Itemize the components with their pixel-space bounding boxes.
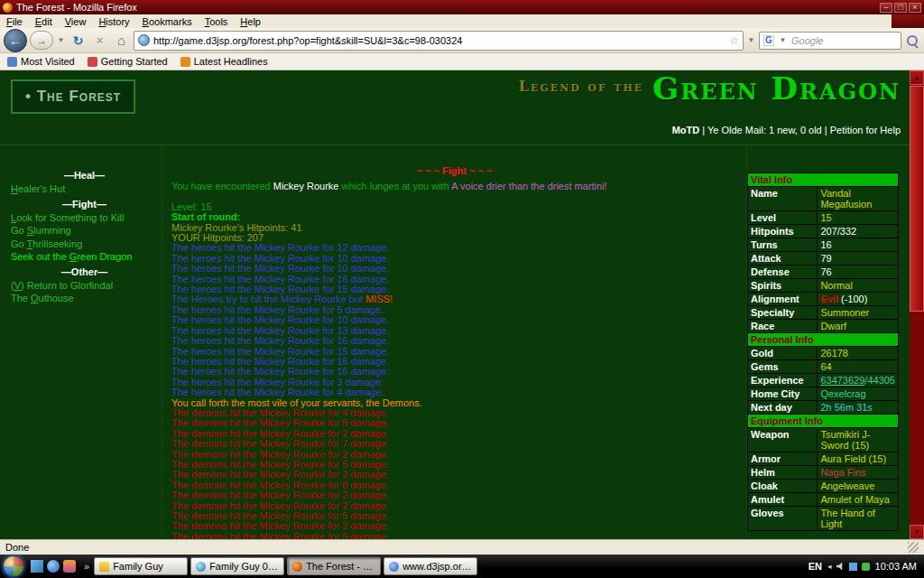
stats-row-next-day: Next day2h 56m 31s [748, 401, 899, 415]
history-folder-icon [7, 57, 17, 67]
getting-started-icon [88, 57, 97, 67]
window-titlebar[interactable]: The Forest - Mozilla Firefox [0, 0, 924, 14]
scrollbar-thumb[interactable] [910, 86, 924, 312]
network-icon[interactable] [849, 563, 857, 571]
bookmark-star-icon[interactable]: ☆ [729, 34, 739, 47]
stats-section-equipment-info: Equipment Info [748, 415, 899, 428]
nav-link-seek-out-the-green-dragon[interactable]: Seek out the Green Dragon [11, 250, 158, 264]
bookmark-label: Getting Started [101, 56, 168, 67]
fight-log-line: Level: 15 [171, 202, 737, 212]
web-page-icon [389, 562, 399, 572]
nav-link-look-for-something-to-kill[interactable]: Look for Something to Kill [11, 211, 158, 225]
media-player-icon[interactable] [63, 560, 76, 573]
shield-icon[interactable] [862, 563, 870, 571]
motd-link-motd[interactable]: MoTD [672, 125, 700, 135]
url-dropdown-icon[interactable]: ▼ [746, 32, 756, 49]
menu-bookmarks[interactable]: Bookmarks [136, 16, 199, 27]
stats-table-body: Vital InfoNameVandal MegafusionLevel15Hi… [748, 173, 899, 531]
nav-link-v-return-to-glorfindal[interactable]: (V) Return to Glorfindal [11, 279, 158, 293]
clock[interactable]: 10:03 AM [875, 561, 917, 572]
start-button[interactable] [3, 555, 24, 577]
stop-button[interactable]: × [90, 31, 109, 50]
status-text: Done [5, 542, 29, 553]
scroll-down-arrow-icon[interactable] [910, 525, 924, 539]
navigation-toolbar: ← → ▼ ↻ × ⌂ http://game.d3jsp.org/forest… [0, 28, 924, 53]
close-button[interactable] [909, 3, 921, 13]
search-magnifier-icon[interactable] [904, 33, 920, 49]
search-box[interactable]: G ▼ Google [759, 32, 901, 50]
character-stats: Vital InfoNameVandal MegafusionLevel15Hi… [747, 172, 899, 539]
window-theme-corner [892, 14, 924, 28]
menu-edit[interactable]: Edit [29, 16, 59, 27]
google-icon[interactable]: G [763, 35, 774, 46]
stats-row-alignment: AlignmentEvil (-100) [748, 293, 899, 306]
nav-link-the-outhouse[interactable]: The Outhouse [11, 292, 158, 305]
bookmark-label: Most Visited [21, 56, 75, 67]
stats-row-experience: Experience63473629/44305 [748, 374, 899, 387]
chevron-left-icon[interactable]: ◂ [827, 562, 832, 571]
nav-link-healer-s-hut[interactable]: Healer's Hut [11, 182, 158, 196]
game-logo: Legend of the Green Dragon [519, 70, 901, 107]
browser-icon[interactable] [47, 560, 60, 573]
reload-button[interactable]: ↻ [69, 31, 88, 50]
stats-row-armor: ArmorAura Field (15) [748, 452, 899, 466]
home-button[interactable]: ⌂ [112, 31, 131, 50]
stats-row-cloak: CloakAngelweave [748, 480, 899, 493]
stats-row-hitpoints: Hitpoints207/332 [748, 225, 899, 238]
menu-tools[interactable]: Tools [199, 16, 235, 27]
url-bar[interactable]: http://game.d3jsp.org/forest.php?op=figh… [134, 31, 744, 51]
bookmark-latest-headlines[interactable]: Latest Headlines [180, 56, 268, 67]
search-placeholder[interactable]: Google [791, 35, 823, 46]
show-desktop-icon[interactable] [31, 560, 43, 573]
history-dropdown-icon[interactable]: ▼ [56, 32, 66, 49]
bookmark-label: Latest Headlines [194, 56, 268, 67]
stats-row-specialty: SpecialtySummoner [748, 306, 899, 320]
url-text[interactable]: http://game.d3jsp.org/forest.php?op=figh… [153, 35, 725, 46]
quick-launch-overflow-chevron[interactable]: » [82, 561, 91, 572]
rss-feed-icon [180, 57, 190, 67]
logo-line1: Legend of the [519, 78, 644, 95]
bookmark-most-visited[interactable]: Most Visited [7, 56, 75, 67]
menu-file[interactable]: File [0, 16, 29, 27]
stats-row-defense: Defense76 [748, 266, 899, 279]
fight-log-line [171, 191, 737, 201]
forward-button[interactable]: → [30, 31, 53, 50]
motd-link-petition-for-help[interactable]: Petition for Help [830, 125, 901, 135]
back-button[interactable]: ← [4, 29, 27, 52]
stats-section-vital-info: Vital Info [748, 173, 899, 187]
taskbar-button-family-guy-02x04[interactable]: Family Guy 02x04 - ... [190, 557, 284, 575]
menu-history[interactable]: History [92, 16, 135, 27]
window-title: The Forest - Mozilla Firefox [16, 2, 137, 13]
system-tray-icons: ◂ [827, 562, 870, 571]
nav-link-go-thrillseeking[interactable]: Go Thrillseeking [11, 238, 158, 251]
minimize-button[interactable] [880, 3, 892, 13]
taskbar-button-the-forest-mozilla[interactable]: The Forest - Mozilla ... [287, 557, 381, 575]
volume-icon[interactable] [836, 563, 845, 571]
nav-link-go-slumming[interactable]: Go Slumming [11, 224, 158, 238]
bookmark-getting-started[interactable]: Getting Started [88, 56, 168, 67]
taskbar-buttons: Family GuyFamily Guy 02x04 - ...The Fore… [94, 557, 477, 575]
stats-table: Vital InfoNameVandal MegafusionLevel15Hi… [747, 172, 899, 531]
search-engine-dropdown-icon[interactable]: ▼ [778, 32, 788, 49]
motd-link-ye-olde-mail[interactable]: Ye Olde Mail: 1 new, 0 old [707, 125, 822, 135]
firefox-icon [292, 562, 302, 572]
menu-view[interactable]: View [59, 16, 93, 27]
language-indicator[interactable]: EN [808, 561, 822, 572]
quick-launch [27, 560, 79, 573]
magnifier-glass [907, 35, 918, 46]
scroll-up-arrow-icon[interactable] [910, 70, 924, 85]
status-bar: Done [0, 539, 924, 555]
site-title-box: The Forest [11, 79, 135, 114]
taskbar-button-family-guy[interactable]: Family Guy [94, 557, 188, 575]
folder-icon [99, 562, 109, 572]
menu-help[interactable]: Help [234, 16, 267, 27]
left-nav: —Heal—Healer's Hut—Fight—Look for Someth… [0, 145, 162, 539]
maximize-button[interactable] [894, 3, 907, 13]
stats-row-spirits: SpiritsNormal [748, 279, 899, 293]
stats-row-gloves: GlovesThe Hand of Light [748, 507, 899, 531]
menu-items: FileEditViewHistoryBookmarksToolsHelp [0, 14, 267, 28]
taskbar-button-www-d3jsp-org-vie[interactable]: www.d3jsp.org :: Vie... [383, 557, 477, 575]
page-scrollbar[interactable] [910, 70, 924, 539]
resize-grip-icon[interactable] [908, 542, 919, 553]
nav-heading-fight: —Fight— [11, 198, 158, 211]
